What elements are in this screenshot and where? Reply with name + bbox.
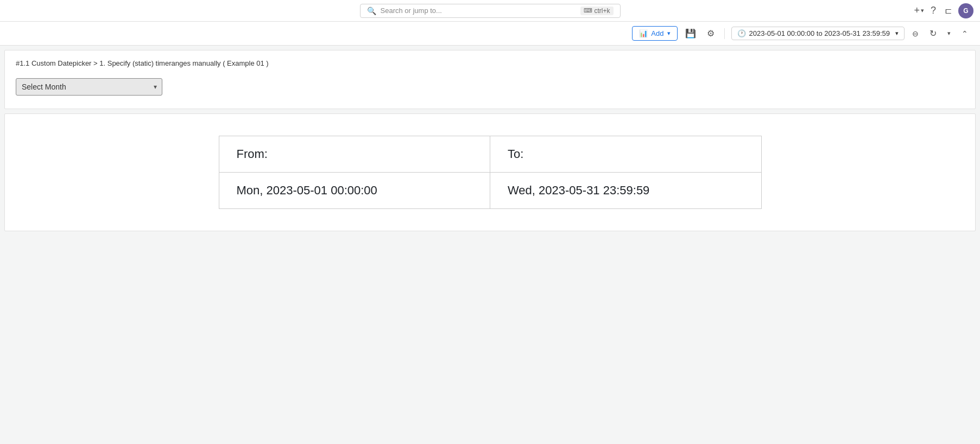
to-label-cell: To: xyxy=(490,136,762,173)
time-range-picker[interactable]: 🕐 2023-05-01 00:00:00 to 2023-05-31 23:5… xyxy=(731,27,905,40)
toolbar: 📊 Add ▾ 💾 ⚙ 🕐 2023-05-01 00:00:00 to 202… xyxy=(0,22,980,46)
save-icon: 💾 xyxy=(685,28,696,39)
toolbar-right: 📊 Add ▾ 💾 ⚙ 🕐 2023-05-01 00:00:00 to 202… xyxy=(632,26,971,41)
top-right-icons: + ▾ ? ⊏ G xyxy=(914,3,973,18)
from-label-cell: From: xyxy=(219,136,490,173)
panel-datepicker: #1.1 Custom Datepicker > 1. Specify (sta… xyxy=(4,50,976,109)
collapse-button[interactable]: ⌃ xyxy=(958,27,971,40)
breadcrumb: #1.1 Custom Datepicker > 1. Specify (sta… xyxy=(16,59,964,67)
clock-icon: 🕐 xyxy=(737,29,746,37)
search-shortcut: ⌨ ctrl+k xyxy=(580,7,613,15)
main-content: #1.1 Custom Datepicker > 1. Specify (sta… xyxy=(0,50,980,231)
refresh-icon: ↻ xyxy=(930,28,937,39)
panel-datepicker-content: #1.1 Custom Datepicker > 1. Specify (sta… xyxy=(5,50,975,109)
zoom-out-button[interactable]: ⊖ xyxy=(909,27,922,40)
search-icon: 🔍 xyxy=(367,7,376,15)
zoom-out-icon: ⊖ xyxy=(912,29,919,38)
help-icon: ? xyxy=(931,5,936,16)
plus-button[interactable]: + ▾ xyxy=(914,5,924,16)
more-chevron-icon: ▾ xyxy=(947,30,951,37)
plus-icon: + xyxy=(914,5,920,16)
date-range-table: From: To: Mon, 2023-05-01 00:00:00 Wed, … xyxy=(219,136,762,209)
top-navigation-bar: 🔍 Search or jump to... ⌨ ctrl+k + ▾ ? ⊏ … xyxy=(0,0,980,22)
search-bar[interactable]: 🔍 Search or jump to... ⌨ ctrl+k xyxy=(360,4,621,18)
settings-button[interactable]: ⚙ xyxy=(704,26,718,41)
time-range-chevron-icon: ▾ xyxy=(895,30,899,37)
keyboard-icon: ⌨ xyxy=(584,7,592,14)
add-chevron-icon: ▾ xyxy=(667,30,671,37)
save-button[interactable]: 💾 xyxy=(682,26,699,41)
select-month-dropdown[interactable]: Select Month January 2023 February 2023 … xyxy=(16,78,162,96)
add-button[interactable]: 📊 Add ▾ xyxy=(632,26,677,41)
time-range-text: 2023-05-01 00:00:00 to 2023-05-31 23:59:… xyxy=(749,29,890,37)
refresh-button[interactable]: ↻ xyxy=(926,26,940,41)
table-row-labels: From: To: xyxy=(219,136,761,173)
panel-date-range: From: To: Mon, 2023-05-01 00:00:00 Wed, … xyxy=(4,113,976,231)
more-options-button[interactable]: ▾ xyxy=(944,28,954,39)
panel-date-range-content: From: To: Mon, 2023-05-01 00:00:00 Wed, … xyxy=(5,114,975,231)
rss-icon: ⊏ xyxy=(945,5,952,16)
separator xyxy=(724,28,725,39)
collapse-icon: ⌃ xyxy=(962,29,968,38)
add-label: Add xyxy=(651,29,663,37)
search-placeholder: Search or jump to... xyxy=(381,7,442,15)
to-value-cell: Wed, 2023-05-31 23:59:59 xyxy=(490,173,762,209)
avatar[interactable]: G xyxy=(958,3,973,18)
rss-button[interactable]: ⊏ xyxy=(943,4,954,17)
help-button[interactable]: ? xyxy=(928,4,938,17)
table-row-values: Mon, 2023-05-01 00:00:00 Wed, 2023-05-31… xyxy=(219,173,761,209)
avatar-initials: G xyxy=(963,7,968,15)
settings-icon: ⚙ xyxy=(707,28,715,39)
from-value-cell: Mon, 2023-05-01 00:00:00 xyxy=(219,173,490,209)
plus-chevron-icon: ▾ xyxy=(921,7,924,14)
select-month-wrapper: Select Month January 2023 February 2023 … xyxy=(16,78,162,96)
shortcut-text: ctrl+k xyxy=(594,7,610,15)
add-chart-icon: 📊 xyxy=(639,29,648,37)
